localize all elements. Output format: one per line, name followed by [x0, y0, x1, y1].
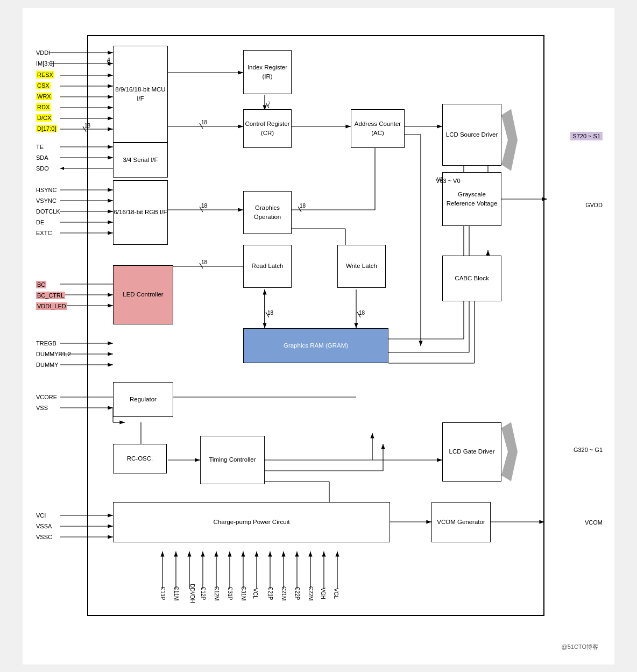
- signal-csx: CSX: [36, 82, 51, 89]
- bottom-label-vgh: VGH: [320, 588, 326, 599]
- rgb-if-block: 6/16/18-bit RGB I/F: [113, 180, 168, 245]
- bottom-label-c21m: C21M: [281, 586, 287, 600]
- diagram-wrapper: 4 18 18: [33, 19, 604, 654]
- lcd-gate-driver-block: LCD Gate Driver: [442, 422, 501, 482]
- label-s-range: S720 ~ S1: [570, 132, 603, 140]
- gram-block: Graphics RAM (GRAM): [243, 328, 388, 363]
- write-latch-block: Write Latch: [337, 245, 386, 288]
- signal-resx: RESX: [36, 71, 54, 79]
- svg-line-14: [83, 126, 86, 132]
- bottom-label-c31m: C31M: [240, 586, 246, 600]
- signal-vci: VCI: [36, 512, 46, 519]
- bottom-label-c22p: C22P: [294, 586, 300, 600]
- bottom-label-c12m: C12M: [214, 586, 220, 600]
- signal-vcore: VCORE: [36, 394, 57, 400]
- signal-dummy: DUMMY: [36, 362, 59, 368]
- serial-if-block: 3/4 Serial I/F: [113, 143, 168, 178]
- control-reg-block: Control Register (CR): [243, 109, 292, 148]
- bottom-label-c12p: C12P: [200, 586, 206, 600]
- signal-de: DE: [36, 219, 44, 225]
- signal-wrx: WRX: [36, 93, 52, 100]
- signal-vssa: VSSA: [36, 523, 52, 529]
- label-gvdd: GVDD: [585, 202, 603, 208]
- signal-rdx: RDX: [36, 103, 51, 111]
- signal-dotclk: DOTCLK: [36, 208, 60, 215]
- signal-tregb: TREGB: [36, 340, 56, 346]
- signal-vsync: VSYNC: [36, 197, 56, 204]
- signal-vssc: VSSC: [36, 534, 52, 540]
- bottom-label-c31p: C31P: [227, 586, 233, 600]
- charge-pump-block: Charge-pump Power Circuit: [113, 502, 390, 542]
- bottom-label-c21p: C21P: [267, 586, 273, 600]
- signal-te: TE: [36, 144, 44, 150]
- signal-vss: VSS: [36, 405, 48, 411]
- address-counter-block: Address Counter (AC): [351, 109, 405, 148]
- bottom-label-c11m: C11M: [173, 586, 179, 600]
- signal-sdo: SDO: [36, 165, 49, 172]
- vcom-generator-block: VCOM Generator: [431, 502, 491, 542]
- signal-dummyr: DUMMYR1,2: [36, 351, 71, 357]
- page-container: 4 18 18: [23, 8, 614, 664]
- rc-osc-block: RC-OSC.: [113, 444, 167, 473]
- signal-d17: D[17:0]: [36, 125, 57, 132]
- led-controller-block: LED Controller: [113, 265, 173, 324]
- graphics-op-block: Graphics Operation: [243, 191, 292, 234]
- timing-controller-block: Timing Controller: [200, 436, 265, 484]
- watermark: @51CTO博客: [562, 643, 598, 651]
- signal-extc: EXTC: [36, 230, 52, 236]
- bottom-label-c22m: C22M: [308, 586, 314, 600]
- bottom-label-c11p: C11P: [160, 586, 166, 600]
- label-v63-v0: V63 ~ V0: [436, 178, 461, 184]
- signal-dcx: D/CX: [36, 114, 52, 122]
- lcd-source-driver-block: LCD Source Driver: [442, 104, 501, 166]
- bottom-label-ddvdh: DDVDH: [189, 584, 195, 603]
- signal-vddi: VDDI: [36, 49, 50, 56]
- regulator-block: Regulator: [113, 382, 173, 417]
- read-latch-block: Read Latch: [243, 245, 292, 288]
- cabc-block: CABC Block: [442, 256, 501, 301]
- label-vcom: VCOM: [585, 519, 603, 526]
- mcu-if-block: 8/9/16/18-bit MCU I/F: [113, 46, 168, 143]
- signal-bc-ctrl: BC_CTRL: [36, 292, 65, 299]
- bottom-label-vgl: VGL: [333, 588, 339, 598]
- signal-im: IM[3:0]: [36, 60, 54, 67]
- bottom-label-vcl: VCL: [252, 588, 258, 598]
- signal-bc: BC: [36, 281, 46, 288]
- signal-sda: SDA: [36, 154, 48, 161]
- signal-hsync: HSYNC: [36, 187, 57, 193]
- label-g-range: G320 ~ G1: [574, 447, 603, 453]
- index-reg-block: Index Register (IR): [243, 50, 292, 94]
- signal-vddi-led: VDDI_LED: [36, 302, 67, 310]
